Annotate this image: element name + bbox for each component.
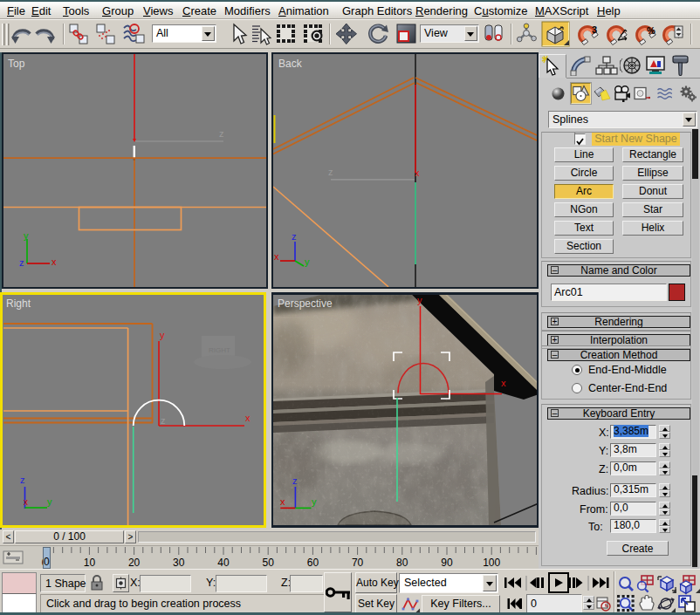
svg-text:20: 20 bbox=[128, 557, 141, 569]
svg-text:50: 50 bbox=[263, 557, 275, 569]
svg-text:z: z bbox=[219, 128, 224, 139]
svg-text:x: x bbox=[24, 497, 28, 507]
svg-text:30: 30 bbox=[173, 557, 185, 569]
svg-text:z: z bbox=[161, 415, 166, 426]
svg-text:40: 40 bbox=[217, 557, 230, 569]
svg-text:z: z bbox=[19, 257, 24, 268]
svg-text:60: 60 bbox=[307, 557, 319, 569]
svg-text:x: x bbox=[51, 256, 57, 267]
svg-text:z: z bbox=[292, 231, 297, 242]
svg-text:z: z bbox=[292, 475, 298, 486]
svg-text:y: y bbox=[47, 496, 52, 507]
svg-text:x: x bbox=[501, 378, 506, 388]
svg-text:x: x bbox=[274, 251, 279, 262]
svg-text:3: 3 bbox=[592, 24, 597, 35]
svg-text:y: y bbox=[160, 330, 165, 340]
svg-text:y: y bbox=[24, 230, 29, 241]
svg-text:70: 70 bbox=[352, 557, 364, 569]
svg-text:RIGHT: RIGHT bbox=[209, 346, 230, 354]
svg-text:x: x bbox=[415, 167, 420, 178]
svg-text:y: y bbox=[417, 295, 422, 305]
svg-text:100: 100 bbox=[483, 557, 500, 569]
svg-text:y: y bbox=[312, 496, 317, 507]
svg-text:z: z bbox=[20, 475, 25, 485]
svg-text:z: z bbox=[328, 167, 333, 177]
svg-text:x: x bbox=[245, 413, 250, 423]
svg-text:80: 80 bbox=[396, 557, 408, 569]
svg-text:90: 90 bbox=[441, 557, 453, 569]
svg-text:10: 10 bbox=[84, 557, 96, 569]
svg-text:x: x bbox=[280, 496, 285, 507]
svg-text:y: y bbox=[305, 256, 310, 267]
svg-text:%: % bbox=[647, 25, 655, 36]
